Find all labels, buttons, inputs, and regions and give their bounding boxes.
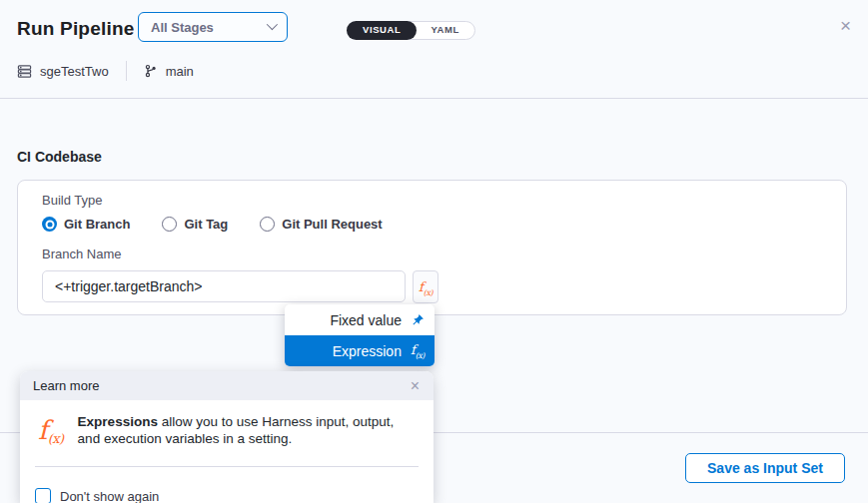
radio-label: Git Pull Request: [282, 217, 382, 232]
save-as-input-set-button[interactable]: Save as Input Set: [685, 453, 845, 483]
build-type-label: Build Type: [42, 193, 822, 208]
branch-name-row: f(x): [42, 270, 822, 303]
menu-item-expression[interactable]: Expression f(x): [285, 335, 434, 366]
menu-item-label: Expression: [333, 343, 402, 359]
section-title-ci-codebase: CI Codebase: [17, 149, 102, 165]
value-type-menu: Fixed value Expression f(x): [285, 304, 434, 366]
dont-show-again-row: Don't show again: [35, 488, 434, 503]
git-branch-icon: [144, 64, 158, 78]
divider: [126, 61, 127, 81]
menu-item-fixed-value[interactable]: Fixed value: [285, 304, 434, 335]
popover-header: Learn more ×: [20, 371, 434, 400]
radio-icon[interactable]: [162, 217, 177, 232]
page-title: Run Pipeline: [17, 18, 134, 40]
branch-name-input[interactable]: [42, 270, 406, 302]
repo-name: sgeTestTwo: [40, 64, 109, 79]
fx-icon: f(x): [419, 276, 433, 297]
popover-body: f(x) Expressions allow you to use Harnes…: [20, 400, 434, 447]
value-type-toggle-button[interactable]: f(x): [413, 270, 438, 303]
build-type-radio-group: Git Branch Git Tag Git Pull Request: [42, 217, 822, 232]
radio-git-tag[interactable]: Git Tag: [162, 217, 228, 232]
run-pipeline-modal: Run Pipeline All Stages VISUAL YAML × sg…: [0, 0, 868, 503]
popover-text: Expressions allow you to use Harness inp…: [78, 413, 408, 447]
close-icon[interactable]: ×: [840, 16, 851, 35]
repository-icon: [17, 64, 32, 79]
stage-select[interactable]: All Stages: [138, 12, 288, 42]
radio-git-pull-request[interactable]: Git Pull Request: [260, 217, 382, 232]
ci-codebase-card: Build Type Git Branch Git Tag Git Pull R…: [17, 180, 847, 315]
branch-name: main: [166, 64, 194, 79]
fx-icon: f(x): [38, 415, 64, 447]
tab-visual[interactable]: VISUAL: [347, 21, 417, 40]
tab-yaml[interactable]: YAML: [415, 21, 474, 40]
radio-label: Git Branch: [64, 217, 130, 232]
radio-git-branch[interactable]: Git Branch: [42, 217, 130, 232]
popover-divider: [35, 466, 419, 467]
popover-text-bold: Expressions: [78, 414, 158, 429]
dont-show-again-checkbox[interactable]: [35, 488, 51, 503]
branch-name-label: Branch Name: [42, 247, 822, 261]
header-divider: [0, 98, 868, 99]
radio-label: Git Tag: [184, 217, 228, 232]
view-toggle: VISUAL YAML: [347, 21, 475, 40]
dont-show-again-label: Don't show again: [60, 489, 159, 503]
close-icon[interactable]: ×: [411, 378, 420, 394]
radio-icon[interactable]: [260, 217, 275, 232]
stage-select-value: All Stages: [151, 20, 214, 35]
radio-selected-icon[interactable]: [42, 217, 57, 232]
learn-more-popover: Learn more × f(x) Expressions allow you …: [20, 371, 434, 503]
pin-icon: [411, 313, 425, 327]
menu-item-label: Fixed value: [330, 312, 402, 328]
popover-title: Learn more: [33, 378, 99, 393]
chevron-down-icon: [267, 18, 278, 29]
fx-icon: f(x): [411, 341, 425, 360]
codebase-summary: sgeTestTwo main: [17, 62, 194, 80]
